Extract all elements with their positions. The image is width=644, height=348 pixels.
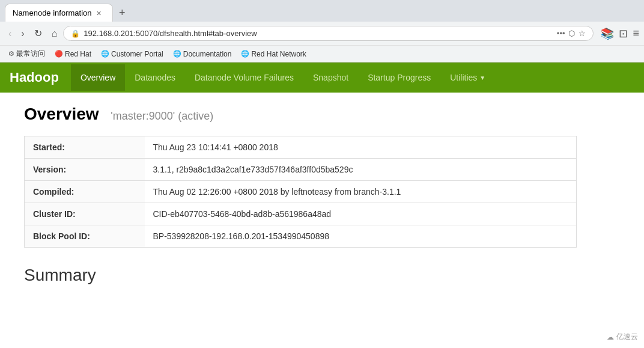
- back-button[interactable]: ‹: [5, 26, 15, 41]
- main-content: Overview 'master:9000' (active) Started:…: [0, 93, 601, 297]
- home-button[interactable]: ⌂: [48, 26, 61, 41]
- address-text: 192.168.0.201:50070/dfshealth.html#tab-o…: [84, 29, 553, 38]
- sync-icon[interactable]: ⊡: [619, 27, 628, 40]
- browser-chrome: Namenode information × + ‹ › ↻ ⌂ 🔒 192.1…: [0, 0, 644, 63]
- hamburger-menu-icon[interactable]: ≡: [633, 27, 639, 40]
- nav-link-datanode-volume-failures[interactable]: Datanode Volume Failures: [185, 64, 303, 91]
- table-row: Compiled: Thu Aug 02 12:26:00 +0800 2018…: [25, 181, 577, 203]
- row-key: Block Pool ID:: [25, 225, 145, 248]
- https-icon: 🔒: [71, 29, 80, 38]
- row-value: Thu Aug 02 12:26:00 +0800 2018 by leftno…: [145, 181, 577, 203]
- row-value: Thu Aug 23 10:14:41 +0800 2018: [145, 136, 577, 159]
- browser-toolbar: ‹ › ↻ ⌂ 🔒 192.168.0.201:50070/dfshealth.…: [0, 22, 644, 45]
- row-key: Compiled:: [25, 181, 145, 203]
- address-bar[interactable]: 🔒 192.168.0.201:50070/dfshealth.html#tab…: [63, 26, 594, 41]
- table-row: Started: Thu Aug 23 10:14:41 +0800 2018: [25, 136, 577, 159]
- nav-link-utilities[interactable]: Utilities ▼: [440, 64, 495, 91]
- nav-link-startup-progress[interactable]: Startup Progress: [358, 64, 440, 91]
- hadoop-navbar: Hadoop Overview Datanodes Datanode Volum…: [0, 63, 644, 93]
- bookmark-customer-portal[interactable]: 🌐 Customer Portal: [97, 49, 167, 60]
- browser-menu-icons: 📚 ⊡ ≡: [601, 27, 639, 40]
- nav-link-datanodes[interactable]: Datanodes: [125, 64, 185, 91]
- bookmark-redhat[interactable]: 🔴 Red Hat: [51, 49, 95, 60]
- bookmark-icon-rhn: 🌐: [241, 50, 249, 58]
- utilities-dropdown-arrow: ▼: [479, 75, 485, 81]
- overview-table: Started: Thu Aug 23 10:14:41 +0800 2018 …: [24, 136, 577, 248]
- bookmark-label-redhat: Red Hat: [65, 50, 91, 58]
- page-title: Overview 'master:9000' (active): [24, 105, 577, 124]
- nav-link-overview[interactable]: Overview: [71, 64, 125, 91]
- forward-button[interactable]: ›: [17, 26, 28, 41]
- row-key: Version:: [25, 159, 145, 181]
- row-value: CID-eb407703-5468-40bd-ad8b-a561986a48ad: [145, 203, 577, 225]
- tab-title: Namenode information: [13, 8, 92, 17]
- bookmark-icon-docs: 🌐: [173, 50, 181, 58]
- table-row: Block Pool ID: BP-539928208-192.168.0.20…: [25, 225, 577, 248]
- bookmark-zuchang[interactable]: ⚙ 最常访问: [5, 47, 49, 60]
- new-tab-button[interactable]: +: [113, 3, 132, 23]
- bookmark-label-zuchang: 最常访问: [16, 49, 45, 59]
- bookmark-icon-redhat: 🔴: [55, 50, 63, 58]
- nav-link-snapshot[interactable]: Snapshot: [303, 64, 358, 91]
- table-row: Version: 3.1.1, r2b9a8c1d3a2caf1e733d57f…: [25, 159, 577, 181]
- summary-title: Summary: [24, 266, 577, 285]
- reload-button[interactable]: ↻: [31, 25, 46, 41]
- bookmark-star-icon[interactable]: ☆: [579, 29, 586, 38]
- bookmark-label-rhn: Red Hat Network: [251, 50, 306, 58]
- bookmark-documentation[interactable]: 🌐 Documentation: [169, 49, 235, 60]
- bookmark-icon-customer: 🌐: [101, 50, 109, 58]
- hadoop-brand: Hadoop: [10, 70, 59, 85]
- bookmark-redhat-network[interactable]: 🌐 Red Hat Network: [237, 49, 309, 60]
- library-icon[interactable]: 📚: [601, 27, 614, 40]
- bookmark-label-docs: Documentation: [183, 50, 232, 58]
- bookmark-label-customer: Customer Portal: [111, 50, 163, 58]
- address-icons: ••• ⬡ ☆: [557, 29, 586, 38]
- row-value: BP-539928208-192.168.0.201-1534990450898: [145, 225, 577, 248]
- row-key: Cluster ID:: [25, 203, 145, 225]
- bookmarks-bar: ⚙ 最常访问 🔴 Red Hat 🌐 Customer Portal 🌐 Doc…: [0, 45, 644, 62]
- bookmark-icon-zuchang: ⚙: [8, 50, 14, 58]
- row-key: Started:: [25, 136, 145, 159]
- table-row: Cluster ID: CID-eb407703-5468-40bd-ad8b-…: [25, 203, 577, 225]
- browser-tabs: Namenode information × +: [0, 0, 644, 22]
- row-value: 3.1.1, r2b9a8c1d3a2caf1e733d57f346af3ff0…: [145, 159, 577, 181]
- page-subtitle: 'master:9000' (active): [111, 110, 213, 122]
- tab-close-button[interactable]: ×: [97, 8, 102, 18]
- nav-links: Overview Datanodes Datanode Volume Failu…: [71, 64, 495, 91]
- active-tab[interactable]: Namenode information ×: [5, 4, 113, 22]
- pocket-icon[interactable]: ⬡: [568, 29, 575, 38]
- more-dots-icon[interactable]: •••: [557, 29, 565, 38]
